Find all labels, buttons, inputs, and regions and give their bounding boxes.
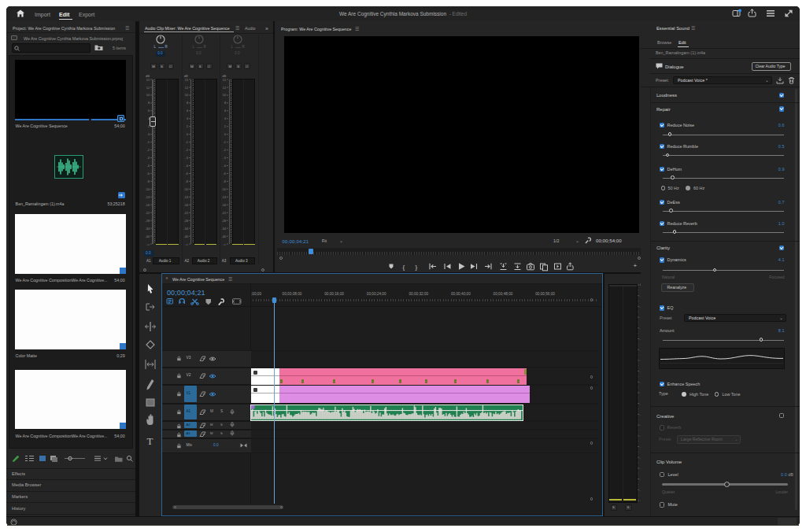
svg-text:-40: -40 — [146, 235, 150, 238]
svg-text:-16: -16 — [183, 204, 188, 207]
svg-text:12: 12 — [146, 87, 150, 90]
svg-text:15: 15 — [146, 79, 150, 82]
svg-text:15: 15 — [184, 79, 187, 82]
svg-text:12: 12 — [223, 87, 226, 90]
svg-text:12: 12 — [184, 87, 187, 90]
svg-text:-22: -22 — [146, 212, 150, 215]
svg-text:-13: -13 — [146, 196, 150, 199]
svg-text:-3: -3 — [224, 157, 226, 160]
svg-text:-∞: -∞ — [146, 243, 150, 246]
svg-text:-10: -10 — [146, 188, 150, 191]
svg-text:-10: -10 — [222, 188, 227, 191]
svg-text:-4: -4 — [224, 164, 226, 168]
svg-text:-∞: -∞ — [185, 243, 188, 246]
svg-text:0: 0 — [148, 133, 150, 136]
svg-text:-8: -8 — [185, 180, 187, 183]
svg-text:-16: -16 — [146, 204, 150, 207]
svg-text:-13: -13 — [222, 196, 227, 199]
svg-text:4: 4 — [224, 117, 226, 120]
svg-text:-1: -1 — [224, 141, 226, 144]
svg-text:0: 0 — [224, 133, 226, 136]
svg-text:-40: -40 — [222, 235, 227, 238]
svg-text:0: 0 — [187, 133, 188, 136]
svg-text:T: T — [146, 435, 153, 447]
svg-text:{: { — [403, 264, 405, 271]
svg-text:8: 8 — [224, 102, 226, 105]
svg-text:-4: -4 — [147, 164, 150, 168]
svg-text:-1: -1 — [185, 141, 187, 144]
svg-text:-1: -1 — [147, 141, 150, 144]
svg-text:-6: -6 — [224, 172, 226, 175]
svg-text:10: 10 — [223, 94, 226, 97]
svg-text:8: 8 — [187, 102, 188, 105]
svg-text:2: 2 — [224, 125, 226, 128]
svg-text:-6: -6 — [185, 172, 187, 175]
svg-text:6: 6 — [148, 109, 150, 113]
svg-text:-8: -8 — [224, 180, 226, 183]
svg-text:15: 15 — [223, 79, 226, 82]
svg-text:-8: -8 — [147, 180, 150, 183]
svg-text:-6: -6 — [147, 172, 150, 175]
svg-text:-10: -10 — [183, 188, 188, 191]
svg-text:-13: -13 — [183, 196, 188, 199]
svg-text:-22: -22 — [183, 212, 188, 215]
svg-text:-22: -22 — [222, 212, 227, 215]
svg-text:-2: -2 — [185, 149, 187, 152]
svg-text:-28: -28 — [146, 220, 150, 223]
svg-text:-34: -34 — [222, 227, 227, 231]
svg-text:-34: -34 — [183, 227, 188, 231]
svg-text:-16: -16 — [222, 204, 227, 207]
svg-text:-2: -2 — [224, 149, 226, 152]
svg-text:2: 2 — [187, 125, 188, 128]
svg-text:-2: -2 — [147, 149, 150, 152]
svg-text:-40: -40 — [183, 235, 188, 238]
svg-text:10: 10 — [184, 94, 187, 97]
svg-text:6: 6 — [187, 109, 188, 113]
svg-text:10: 10 — [146, 94, 150, 97]
svg-text:}: } — [416, 264, 418, 271]
svg-text:-4: -4 — [185, 164, 187, 168]
svg-text:-3: -3 — [185, 157, 187, 160]
svg-text:-34: -34 — [146, 227, 150, 231]
svg-text:6: 6 — [224, 109, 226, 113]
svg-text:8: 8 — [148, 102, 150, 105]
svg-text:-28: -28 — [222, 220, 227, 223]
svg-text:-∞: -∞ — [223, 243, 226, 246]
svg-text:-3: -3 — [147, 157, 150, 160]
svg-text:4: 4 — [187, 117, 188, 120]
svg-text:-28: -28 — [183, 220, 188, 223]
